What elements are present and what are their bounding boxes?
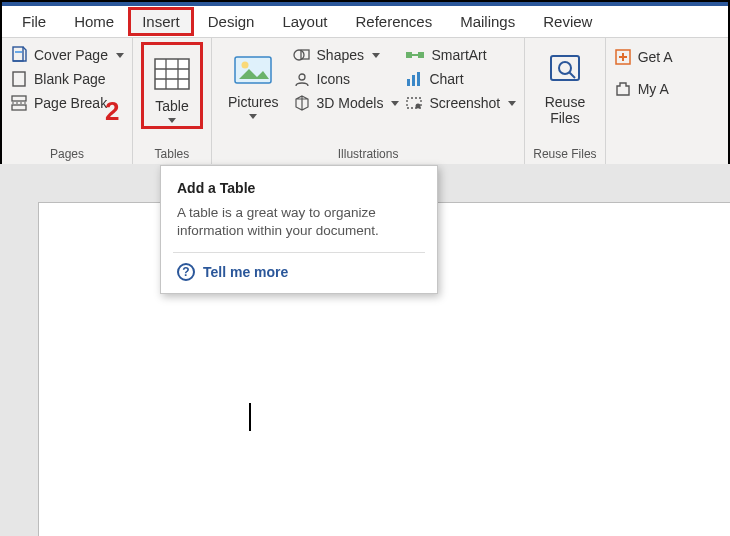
svg-line-25 — [569, 72, 575, 78]
table-tooltip: Add a Table A table is a great way to or… — [160, 165, 438, 294]
group-reuse-files: Reuse Files Reuse Files — [525, 38, 605, 165]
svg-rect-3 — [12, 96, 26, 101]
table-label: Table — [155, 98, 188, 114]
my-addins-button[interactable]: My A — [614, 80, 673, 98]
icons-icon — [293, 70, 311, 88]
tab-design[interactable]: Design — [194, 7, 269, 36]
page-break-icon — [10, 94, 28, 112]
svg-rect-19 — [412, 75, 415, 86]
svg-point-22 — [416, 104, 421, 109]
tab-references[interactable]: References — [341, 7, 446, 36]
screenshot-label: Screenshot — [429, 95, 500, 111]
smartart-button[interactable]: SmartArt — [405, 46, 516, 64]
chevron-down-icon — [372, 53, 380, 58]
shapes-label: Shapes — [317, 47, 364, 63]
table-button[interactable]: Table — [145, 46, 199, 125]
3d-models-label: 3D Models — [317, 95, 384, 111]
tab-mailings[interactable]: Mailings — [446, 7, 529, 36]
svg-rect-2 — [13, 72, 25, 86]
group-illustrations-label: Illustrations — [338, 145, 399, 165]
page-break-button[interactable]: Page Break — [10, 94, 124, 112]
3d-models-icon — [293, 94, 311, 112]
ribbon: Cover Page Blank Page Page Break Pages 2 — [2, 38, 728, 166]
svg-rect-1 — [15, 51, 22, 53]
group-tables-label: Tables — [155, 145, 190, 165]
chart-button[interactable]: Chart — [405, 70, 516, 88]
text-cursor — [249, 403, 251, 431]
tab-review[interactable]: Review — [529, 7, 606, 36]
chevron-down-icon — [168, 118, 176, 123]
ribbon-tabs: File Home 1 Insert Design Layout Referen… — [2, 6, 728, 38]
pictures-button[interactable]: Pictures — [220, 42, 287, 121]
smartart-label: SmartArt — [431, 47, 486, 63]
group-illustrations: Pictures Shapes Icons 3D Models — [212, 38, 525, 165]
pictures-label: Pictures — [228, 94, 279, 110]
shapes-icon — [293, 46, 311, 64]
group-pages-label: Pages — [50, 145, 84, 165]
svg-rect-18 — [407, 79, 410, 86]
screenshot-button[interactable]: Screenshot — [405, 94, 516, 112]
shapes-button[interactable]: Shapes — [293, 46, 400, 64]
svg-rect-11 — [235, 57, 271, 83]
table-icon — [154, 58, 190, 90]
tab-home[interactable]: Home — [60, 7, 128, 36]
get-addins-button[interactable]: Get A — [614, 48, 673, 66]
group-pages: Cover Page Blank Page Page Break Pages — [2, 38, 133, 165]
cover-page-icon — [10, 46, 28, 64]
svg-rect-16 — [406, 52, 412, 58]
svg-point-12 — [242, 62, 249, 69]
group-addins: Get A My A — [606, 38, 681, 165]
svg-rect-6 — [155, 59, 189, 89]
chevron-down-icon — [249, 114, 257, 119]
group-tables: 2 Table Ta — [133, 38, 212, 165]
tell-me-more-label: Tell me more — [203, 264, 288, 280]
svg-rect-17 — [418, 52, 424, 58]
cover-page-label: Cover Page — [34, 47, 108, 63]
cover-page-button[interactable]: Cover Page — [10, 46, 124, 64]
icons-button[interactable]: Icons — [293, 70, 400, 88]
reuse-files-label: Reuse Files — [545, 94, 585, 126]
tooltip-body: A table is a great way to organize infor… — [177, 204, 421, 240]
chart-icon — [405, 70, 423, 88]
blank-page-button[interactable]: Blank Page — [10, 70, 124, 88]
blank-page-label: Blank Page — [34, 71, 106, 87]
tab-insert[interactable]: Insert — [128, 7, 194, 36]
reuse-files-button[interactable]: Reuse Files — [537, 42, 593, 128]
reuse-files-icon — [547, 53, 583, 87]
smartart-icon — [405, 46, 425, 64]
screenshot-icon — [405, 94, 423, 112]
blank-page-icon — [10, 70, 28, 88]
chevron-down-icon — [116, 53, 124, 58]
chevron-down-icon — [391, 101, 399, 106]
get-addins-label: Get A — [638, 49, 673, 65]
my-addins-icon — [614, 80, 632, 98]
svg-rect-20 — [417, 72, 420, 86]
svg-rect-4 — [12, 105, 26, 110]
page-break-label: Page Break — [34, 95, 107, 111]
tooltip-title: Add a Table — [177, 180, 421, 196]
help-icon: ? — [177, 263, 195, 281]
tab-file[interactable]: File — [8, 7, 60, 36]
chart-label: Chart — [429, 71, 463, 87]
group-reuse-label: Reuse Files — [533, 145, 596, 165]
chevron-down-icon — [508, 101, 516, 106]
my-addins-label: My A — [638, 81, 669, 97]
svg-rect-0 — [13, 47, 23, 61]
pictures-icon — [233, 53, 273, 87]
tell-me-more-link[interactable]: ? Tell me more — [177, 263, 421, 281]
3d-models-button[interactable]: 3D Models — [293, 94, 400, 112]
svg-point-15 — [299, 74, 305, 80]
tab-layout[interactable]: Layout — [268, 7, 341, 36]
icons-label: Icons — [317, 71, 350, 87]
get-addins-icon — [614, 48, 632, 66]
tooltip-divider — [173, 252, 425, 253]
